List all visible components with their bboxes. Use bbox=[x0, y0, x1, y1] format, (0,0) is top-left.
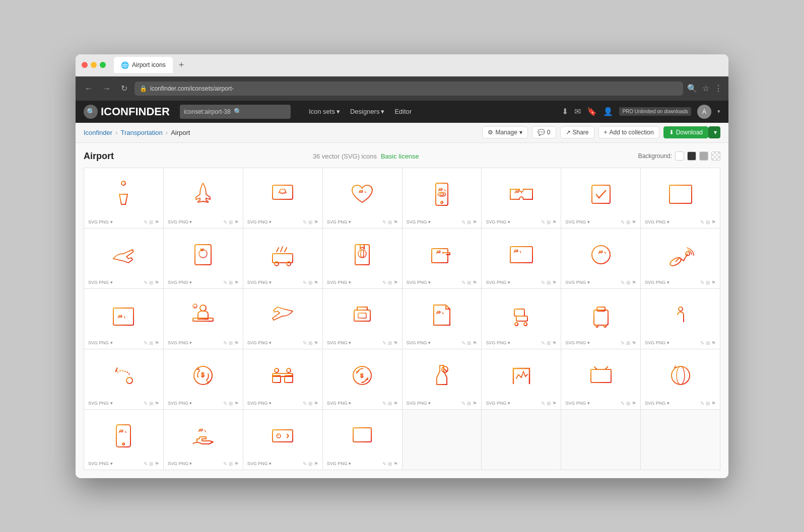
icon-cell-landing[interactable]: SVG PNG ▾ ✎ ⊞ ⚑ bbox=[243, 289, 323, 349]
icon-cell-airplane-docs[interactable]: SVG PNG ▾ ✎ ⊞ ⚑ bbox=[403, 289, 482, 349]
edit-icon[interactable]: ✎ bbox=[621, 340, 625, 346]
bookmark-icon[interactable]: ⚑ bbox=[393, 280, 398, 285]
comments-button[interactable]: 💬 0 bbox=[532, 126, 556, 138]
avatar-chevron[interactable]: ▾ bbox=[717, 108, 720, 115]
bookmark-icon[interactable]: ⚑ bbox=[632, 280, 636, 285]
bookmark-icon[interactable]: ⚑ bbox=[552, 401, 557, 406]
user-icon[interactable]: 👤 bbox=[603, 107, 613, 116]
edit-icon[interactable]: ✎ bbox=[461, 401, 465, 406]
collect-icon[interactable]: ⊞ bbox=[626, 340, 630, 346]
search-icon[interactable]: 🔍 bbox=[687, 84, 697, 93]
bookmark-icon[interactable]: ⚑ bbox=[234, 401, 239, 406]
new-tab-button[interactable]: + bbox=[179, 60, 184, 70]
icon-cell-global-network[interactable]: SVG PNG ▾ ✎ ⊞ ⚑ bbox=[641, 349, 720, 410]
icon-cell-info-sign[interactable]: SVG PNG ▾ ✎ ⊞ ⚑ bbox=[243, 410, 323, 470]
icon-cell-passport[interactable]: SVG PNG ▾ ✎ ⊞ ⚑ bbox=[164, 229, 243, 289]
collect-icon[interactable]: ⊞ bbox=[149, 401, 153, 406]
icon-cell-ticket[interactable]: SVG PNG ▾ ✎ ⊞ ⚑ bbox=[482, 168, 561, 229]
collect-icon[interactable]: ⊞ bbox=[547, 401, 551, 406]
bookmark-icon[interactable]: ⚑ bbox=[155, 340, 159, 346]
bg-checker-swatch[interactable] bbox=[711, 151, 720, 161]
collect-icon[interactable]: ⊞ bbox=[388, 401, 392, 406]
collect-icon[interactable]: ⊞ bbox=[308, 461, 312, 467]
collect-icon[interactable]: ⊞ bbox=[388, 461, 392, 467]
icon-cell-flight-route[interactable]: SVG PNG ▾ ✎ ⊞ ⚑ bbox=[84, 349, 164, 410]
maximize-button[interactable] bbox=[100, 62, 106, 68]
bg-dark-swatch[interactable] bbox=[687, 151, 696, 161]
edit-icon[interactable]: ✎ bbox=[541, 340, 545, 346]
bookmark-icon[interactable]: ⚑ bbox=[711, 401, 716, 406]
bookmark-icon[interactable]: ⚑ bbox=[314, 219, 318, 225]
icon-cell-satellite[interactable]: SVG PNG ▾ ✎ ⊞ ⚑ bbox=[641, 229, 720, 289]
collect-icon[interactable]: ⊞ bbox=[547, 340, 551, 346]
icon-cell-electric-train[interactable]: SVG PNG ▾ ✎ ⊞ ⚑ bbox=[243, 229, 323, 289]
edit-icon[interactable]: ✎ bbox=[303, 280, 307, 285]
edit-icon[interactable]: ✎ bbox=[382, 461, 386, 467]
bookmark-icon[interactable]: ⚑ bbox=[711, 219, 716, 225]
edit-icon[interactable]: ✎ bbox=[303, 401, 307, 406]
edit-icon[interactable]: ✎ bbox=[621, 280, 625, 285]
bookmark-icon[interactable]: ⚑ bbox=[314, 461, 318, 467]
edit-icon[interactable]: ✎ bbox=[621, 401, 625, 406]
edit-icon[interactable]: ✎ bbox=[223, 219, 227, 225]
bookmark-icon[interactable]: ⚑ bbox=[552, 340, 557, 346]
manage-button[interactable]: ⚙ Manage ▾ bbox=[482, 126, 527, 138]
minimize-button[interactable] bbox=[91, 62, 97, 68]
icon-cell-radar[interactable]: SVG PNG ▾ ✎ ⊞ ⚑ bbox=[561, 229, 641, 289]
collect-icon[interactable]: ⊞ bbox=[547, 219, 551, 225]
edit-icon[interactable]: ✎ bbox=[461, 340, 465, 346]
icon-cell-travel-book[interactable]: SVG PNG ▾ ✎ ⊞ ⚑ bbox=[323, 229, 403, 289]
bookmark-icon[interactable]: ⚑ bbox=[314, 340, 318, 346]
icon-cell-control-tower[interactable]: SVG PNG ▾ ✎ ⊞ ⚑ bbox=[84, 168, 164, 229]
search-box[interactable]: iconset:airport-38 🔍 bbox=[180, 105, 291, 119]
bookmark-icon[interactable]: ⚑ bbox=[314, 280, 318, 285]
icon-cell-takeoff[interactable]: SVG PNG ▾ ✎ ⊞ ⚑ bbox=[84, 229, 164, 289]
collect-icon[interactable]: ⊞ bbox=[467, 340, 471, 346]
icon-cell-flight-ticket[interactable]: SVG PNG ▾ ✎ ⊞ ⚑ bbox=[482, 229, 561, 289]
icon-cell-boarding-pass[interactable]: SVG PNG ▾ ✎ ⊞ ⚑ bbox=[561, 168, 641, 229]
icon-cell-info-desk[interactable]: i SVG PNG ▾ ✎ ⊞ ⚑ bbox=[164, 289, 243, 349]
edit-icon[interactable]: ✎ bbox=[461, 219, 465, 225]
collect-icon[interactable]: ⊞ bbox=[308, 401, 312, 406]
collect-icon[interactable]: ⊞ bbox=[149, 219, 153, 225]
collect-icon[interactable]: ⊞ bbox=[467, 280, 471, 285]
edit-icon[interactable]: ✎ bbox=[144, 340, 148, 346]
bookmark-icon[interactable]: ⚑ bbox=[234, 280, 239, 285]
collect-icon[interactable]: ⊞ bbox=[467, 219, 471, 225]
collect-icon[interactable]: ⊞ bbox=[308, 219, 312, 225]
collect-icon[interactable]: ⊞ bbox=[706, 401, 710, 406]
edit-icon[interactable]: ✎ bbox=[541, 280, 545, 285]
edit-icon[interactable]: ✎ bbox=[700, 340, 704, 346]
bookmark-icon[interactable]: ⚑ bbox=[155, 219, 159, 225]
close-button[interactable] bbox=[82, 62, 88, 68]
bookmark-icon[interactable]: ⚑ bbox=[473, 340, 477, 346]
bookmark-icon[interactable]: ⚑ bbox=[473, 280, 477, 285]
bookmark-icon[interactable]: ⚑ bbox=[393, 219, 398, 225]
icon-cell-flight-calendar[interactable]: SVG PNG ▾ ✎ ⊞ ⚑ bbox=[84, 289, 164, 349]
nav-iconsets[interactable]: Icon sets ▾ bbox=[305, 106, 344, 117]
mail-icon[interactable]: ✉ bbox=[574, 107, 581, 116]
bookmark-icon[interactable]: ⚑ bbox=[234, 219, 239, 225]
edit-icon[interactable]: ✎ bbox=[700, 401, 704, 406]
logo[interactable]: 🔍 ICONFINDER bbox=[84, 105, 170, 119]
collect-icon[interactable]: ⊞ bbox=[626, 219, 630, 225]
edit-icon[interactable]: ✎ bbox=[382, 219, 386, 225]
edit-icon[interactable]: ✎ bbox=[223, 401, 227, 406]
edit-icon[interactable]: ✎ bbox=[223, 340, 227, 346]
icon-cell-security-check[interactable]: SVG PNG ▾ ✎ ⊞ ⚑ bbox=[323, 289, 403, 349]
nav-editor[interactable]: Editor bbox=[390, 106, 416, 117]
download-button[interactable]: ⬇ Download bbox=[663, 126, 708, 138]
icon-cell-metal-detector[interactable]: SVG PNG ▾ ✎ ⊞ ⚑ bbox=[482, 349, 561, 410]
bookmark-icon[interactable]: ⚑ bbox=[393, 340, 398, 346]
edit-icon[interactable]: ✎ bbox=[700, 219, 704, 225]
edit-icon[interactable]: ✎ bbox=[700, 280, 704, 285]
bookmark-icon[interactable]: ⚑ bbox=[632, 219, 636, 225]
bookmark-icon[interactable]: ⚑ bbox=[155, 401, 159, 406]
forward-button[interactable]: → bbox=[100, 82, 114, 95]
icon-cell-airplane-top[interactable]: SVG PNG ▾ ✎ ⊞ ⚑ bbox=[164, 168, 243, 229]
collect-icon[interactable]: ⊞ bbox=[229, 461, 233, 467]
icon-cell-schedule[interactable]: SVG PNG ▾ ✎ ⊞ ⚑ bbox=[641, 168, 720, 229]
share-button[interactable]: ↗ Share bbox=[560, 126, 594, 138]
nav-designers[interactable]: Designers ▾ bbox=[346, 106, 389, 117]
bookmark-icon[interactable]: ⚑ bbox=[314, 401, 318, 406]
